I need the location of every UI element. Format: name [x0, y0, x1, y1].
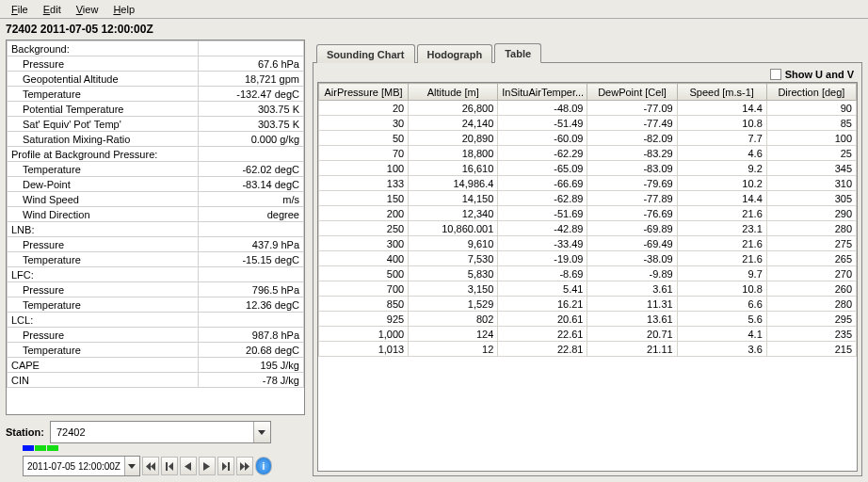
prop-row: Temperature-62.02 degC — [8, 162, 304, 177]
prop-row: Temperature-132.47 degC — [8, 87, 304, 102]
prop-row: Potential Temperature303.75 K — [8, 102, 304, 117]
grid-header[interactable]: Altitude [m] — [409, 84, 498, 101]
table-row[interactable]: 25010,860.001-42.89-69.8923.1280 — [319, 221, 857, 236]
data-grid[interactable]: AirPressure [MB]Altitude [m]InSituAirTem… — [317, 82, 858, 472]
show-uv-label: Show U and V — [785, 69, 854, 80]
grid-header[interactable]: DewPoint [Cel] — [587, 84, 677, 101]
grid-header[interactable]: AirPressure [MB] — [319, 84, 409, 101]
tab-row: Sounding Chart Hodograph Table — [311, 40, 868, 62]
grid-header[interactable]: InSituAirTemper... — [498, 84, 587, 101]
playback-controls: 2011-07-05 12:00:00Z — [6, 452, 305, 476]
prop-row: Temperature20.68 degC — [8, 343, 304, 358]
table-row[interactable]: 7018,800-62.29-83.294.625 — [319, 146, 857, 161]
prop-row: Wind Directiondegree — [8, 207, 304, 222]
prop-row: Dew-Point-83.14 degC — [8, 177, 304, 192]
prop-row: Wind Speedm/s — [8, 192, 304, 207]
prop-section: Profile at Background Pressure: — [8, 147, 304, 162]
step-forward-button[interactable] — [217, 457, 234, 475]
chevron-down-icon[interactable] — [253, 422, 270, 442]
prop-section: LFC: — [8, 267, 304, 282]
table-row[interactable]: 2026,800-48.09-77.0914.490 — [319, 101, 857, 116]
prop-row: Sat' Equiv' Pot' Temp'303.75 K — [8, 117, 304, 132]
table-row[interactable]: 92580220.6113.615.6295 — [319, 312, 857, 327]
table-row[interactable]: 1,00012422.6120.714.1235 — [319, 327, 857, 342]
prop-row: Saturation Mixing-Ratio0.000 g/kg — [8, 132, 304, 147]
grid-header[interactable]: Speed [m.s-1] — [677, 84, 766, 101]
table-row[interactable]: 13314,986.4-66.69-79.6910.2310 — [319, 176, 857, 191]
table-row[interactable]: 5020,890-60.09-82.097.7100 — [319, 131, 857, 146]
table-row[interactable]: 20012,340-51.69-76.6921.6290 — [319, 206, 857, 221]
prop-section: Background: — [8, 41, 304, 56]
page-title: 72402 2011-07-05 12:00:00Z — [0, 19, 868, 38]
skip-last-button[interactable] — [236, 457, 253, 475]
tab-table[interactable]: Table — [494, 43, 541, 63]
info-button[interactable]: i — [255, 457, 272, 475]
chevron-down-icon[interactable] — [124, 457, 139, 475]
prop-row: Pressure437.9 hPa — [8, 237, 304, 252]
prop-section: LCL: — [8, 313, 304, 328]
menu-help[interactable]: Help — [105, 2, 142, 16]
menu-view[interactable]: View — [69, 2, 106, 16]
properties-panel: Background:Pressure67.6 hPaGeopotential … — [6, 40, 305, 415]
prop-row: Geopotential Altitude18,721 gpm — [8, 72, 304, 87]
table-row[interactable]: 3009,610-33.49-69.4921.6275 — [319, 236, 857, 251]
prop-row: CIN-78 J/kg — [8, 373, 304, 388]
station-combo[interactable]: 72402 — [50, 421, 271, 443]
prop-row: CAPE195 J/kg — [8, 358, 304, 373]
tab-sounding-chart[interactable]: Sounding Chart — [316, 44, 415, 63]
table-row[interactable]: 15014,150-62.89-77.8914.4305 — [319, 191, 857, 206]
prop-row: Pressure796.5 hPa — [8, 282, 304, 297]
svg-rect-0 — [166, 462, 168, 471]
table-row[interactable]: 7003,1505.413.6110.8260 — [319, 281, 857, 297]
table-row[interactable]: 1,0131222.8121.113.6215 — [319, 342, 857, 357]
table-row[interactable]: 5005,830-8.69-9.899.7270 — [319, 266, 857, 281]
time-value: 2011-07-05 12:00:00Z — [24, 461, 124, 472]
step-back-button[interactable] — [161, 457, 178, 475]
prop-section: LNB: — [8, 222, 304, 237]
show-uv-checkbox[interactable] — [770, 69, 781, 80]
skip-first-button[interactable] — [142, 457, 159, 475]
menubar: File Edit View Help — [0, 0, 868, 19]
station-value: 72402 — [51, 426, 253, 438]
time-combo[interactable]: 2011-07-05 12:00:00Z — [23, 456, 140, 476]
menu-file[interactable]: File — [4, 2, 36, 16]
play-back-button[interactable] — [180, 457, 197, 475]
prop-row: Temperature12.36 degC — [8, 297, 304, 313]
menu-edit[interactable]: Edit — [36, 2, 69, 16]
prop-row: Pressure987.8 hPa — [8, 328, 304, 343]
table-row[interactable]: 10016,610-65.09-83.099.2345 — [319, 161, 857, 176]
tab-panel: Show U and V AirPressure [MB]Altitude [m… — [313, 62, 862, 476]
grid-header[interactable]: Direction [deg] — [766, 84, 856, 101]
svg-rect-1 — [228, 462, 230, 471]
color-marks — [6, 445, 305, 451]
table-row[interactable]: 3024,140-51.49-77.4910.885 — [319, 116, 857, 131]
prop-row: Temperature-15.15 degC — [8, 252, 304, 267]
play-button[interactable] — [199, 457, 216, 475]
tab-hodograph[interactable]: Hodograph — [417, 44, 493, 63]
prop-row: Pressure67.6 hPa — [8, 56, 304, 72]
station-label: Station: — [6, 426, 44, 438]
table-row[interactable]: 8501,52916.2111.316.6280 — [319, 297, 857, 312]
table-row[interactable]: 4007,530-19.09-38.0921.6265 — [319, 251, 857, 266]
